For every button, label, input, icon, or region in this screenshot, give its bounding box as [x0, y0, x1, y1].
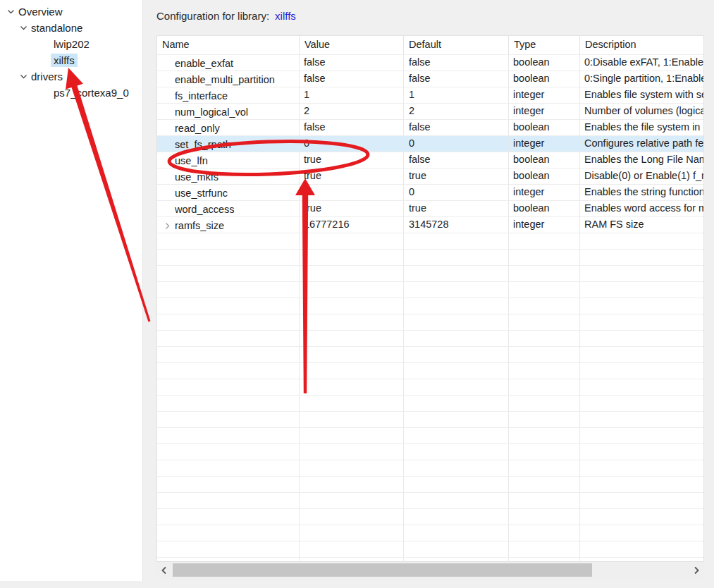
table-row[interactable]: fs_interface 1 1 integer Enables file sy…	[157, 87, 703, 103]
table-row-empty[interactable]	[157, 476, 703, 492]
table-row-empty[interactable]	[157, 265, 703, 281]
table-row-empty[interactable]	[157, 281, 703, 298]
param-name: word_access	[175, 204, 235, 215]
table-row-empty[interactable]	[157, 508, 703, 525]
tree-item[interactable]: standalone	[0, 20, 142, 36]
param-name: use_lfn	[175, 155, 208, 166]
scroll-left-icon[interactable]	[159, 564, 170, 577]
tree-item-label: ps7_cortexa9_0	[51, 86, 132, 99]
param-default: 0	[404, 136, 509, 152]
param-name: num_logical_vol	[175, 106, 248, 118]
table-header-row: Name Value Default Type Description	[157, 36, 703, 54]
chevron-down-icon[interactable]	[18, 23, 28, 33]
param-value[interactable]: 2	[300, 104, 404, 119]
table-row-empty[interactable]	[157, 298, 703, 314]
library-tree: Overview standalone lwip202 xilf	[0, 4, 142, 101]
table-row[interactable]: enable_multi_partition false false boole…	[157, 71, 703, 87]
table-row-empty[interactable]	[157, 492, 703, 508]
table-row[interactable]: use_mkfs true true boolean Disable(0) or…	[157, 168, 703, 184]
expand-chevron-icon[interactable]	[161, 222, 173, 230]
tree-item-label: xilffs	[51, 54, 78, 67]
param-default: 0	[404, 185, 509, 200]
column-header[interactable]: Default	[404, 36, 509, 54]
table-row-empty[interactable]	[157, 541, 703, 557]
tree-item-label: standalone	[28, 21, 85, 35]
chevron-down-icon[interactable]	[18, 72, 28, 82]
param-type: integer	[509, 185, 580, 200]
table-row-empty[interactable]	[157, 427, 703, 443]
param-description: Enables the Long File Name (LFN) support	[580, 152, 703, 168]
param-value[interactable]: 0	[300, 185, 404, 200]
tree-item[interactable]: lwip202	[0, 36, 142, 52]
param-default: false	[404, 55, 509, 71]
column-header[interactable]: Value	[300, 36, 404, 54]
param-name: read_only	[175, 123, 220, 134]
table-row-empty[interactable]	[157, 395, 703, 411]
param-default: false	[404, 120, 509, 135]
param-default: 2	[404, 104, 509, 119]
library-name-link[interactable]: xilffs	[275, 10, 296, 22]
param-description: Enables word access for misaligned memor…	[580, 201, 703, 216]
table-row-empty[interactable]	[157, 443, 703, 460]
param-value[interactable]: 1	[300, 87, 404, 103]
table-row-empty[interactable]	[157, 330, 703, 346]
param-type: boolean	[509, 120, 580, 135]
scroll-right-icon[interactable]	[691, 564, 702, 577]
table-row[interactable]: ramfs_size 16777216 3145728 integer RAM …	[157, 216, 703, 233]
param-type: boolean	[509, 71, 580, 87]
param-value[interactable]: true	[300, 152, 404, 168]
library-tree-panel: Overview standalone lwip202 xilf	[0, 0, 143, 581]
table-row[interactable]: word_access true true boolean Enables wo…	[157, 200, 703, 216]
param-description: Disable(0) or Enable(1) f_mkfs function	[580, 169, 703, 184]
table-row-empty[interactable]	[157, 379, 703, 395]
tree-item-label: Overview	[16, 5, 66, 18]
table-row-empty[interactable]	[157, 346, 703, 362]
param-name: enable_multi_partition	[175, 74, 275, 85]
horizontal-scrollbar[interactable]	[156, 562, 704, 579]
param-name: enable_exfat	[175, 58, 233, 69]
column-header[interactable]: Description	[580, 36, 704, 54]
table-row[interactable]: num_logical_vol 2 2 integer Number of vo…	[157, 103, 703, 119]
param-description: Configures relative path feature	[580, 136, 703, 152]
table-row-empty[interactable]	[157, 557, 703, 561]
tree-item[interactable]: xilffs	[0, 52, 142, 68]
table-row-empty[interactable]	[157, 314, 703, 330]
table-row-empty[interactable]	[157, 362, 703, 379]
table-row-empty[interactable]	[157, 525, 703, 541]
param-description: Enables the file system in Read-Only mod…	[580, 120, 703, 135]
param-value[interactable]: false	[300, 71, 404, 87]
table-row-empty[interactable]	[157, 233, 703, 249]
column-header[interactable]: Name	[157, 36, 300, 54]
table-row[interactable]: use_strfunc 0 0 integer Enables the stri…	[157, 184, 703, 200]
configuration-table: Name Value Default Type Description enab…	[156, 35, 704, 562]
param-name: fs_interface	[175, 90, 228, 102]
param-value[interactable]: 16777216	[300, 217, 404, 233]
tree-item-label: drivers	[28, 70, 66, 83]
table-body: enable_exfat false false boolean 0:Disab…	[157, 54, 703, 561]
scrollbar-thumb[interactable]	[173, 563, 592, 577]
tree-item[interactable]: ps7_cortexa9_0	[0, 85, 142, 101]
param-type: boolean	[509, 152, 580, 168]
table-row[interactable]: read_only false false boolean Enables th…	[157, 119, 703, 135]
param-value[interactable]: true	[300, 201, 404, 216]
tree-item[interactable]: Overview	[0, 4, 142, 20]
table-row-empty[interactable]	[157, 249, 703, 265]
tree-item[interactable]: drivers	[0, 68, 142, 85]
chevron-down-icon[interactable]	[6, 7, 16, 17]
param-value[interactable]: false	[300, 55, 404, 71]
param-value[interactable]: 0	[300, 136, 404, 152]
param-value[interactable]: false	[300, 120, 404, 135]
param-value[interactable]: true	[300, 169, 404, 184]
table-row[interactable]: set_fs_rpath 0 0 integer Configures rela…	[157, 135, 703, 152]
param-name: use_mkfs	[175, 171, 218, 183]
table-row-empty[interactable]	[157, 411, 703, 427]
table-row-empty[interactable]	[157, 460, 703, 476]
param-description: RAM FS size	[580, 217, 703, 233]
title-prefix: Configuration for library:	[156, 10, 269, 22]
param-type: boolean	[509, 169, 580, 184]
column-header[interactable]: Type	[509, 36, 580, 54]
tree-item-label: lwip202	[51, 37, 92, 51]
param-description: Number of volumes (logical drives)	[580, 104, 703, 119]
table-row[interactable]: use_lfn true false boolean Enables the L…	[157, 152, 703, 168]
table-row[interactable]: enable_exfat false false boolean 0:Disab…	[157, 54, 703, 71]
